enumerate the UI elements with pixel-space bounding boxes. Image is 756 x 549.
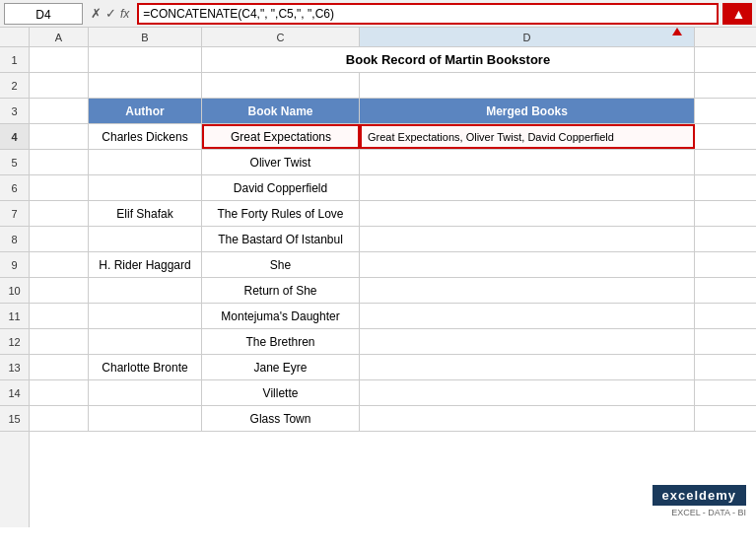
col-header-a[interactable]: A <box>30 28 89 46</box>
cell-a7[interactable] <box>30 201 89 226</box>
row-num-9[interactable]: 9 <box>0 252 29 278</box>
col-header-d[interactable]: D <box>360 28 695 46</box>
watermark-brand: exceldemy <box>653 485 747 506</box>
cancel-icon[interactable]: ✗ <box>91 6 102 21</box>
author-charlotte: Charlotte Bronte <box>102 361 187 375</box>
col-header-b[interactable]: B <box>89 28 202 46</box>
cell-a13[interactable] <box>30 355 89 379</box>
cell-d11[interactable] <box>360 304 695 328</box>
row-num-3[interactable]: 3 <box>0 99 29 124</box>
cell-c4-book[interactable]: Great Expectations <box>202 124 360 149</box>
cell-b9-author[interactable]: H. Rider Haggard <box>89 252 202 277</box>
cell-b1[interactable] <box>89 47 202 72</box>
cell-c13-book[interactable]: Jane Eyre <box>202 355 360 379</box>
col-header-c[interactable]: C <box>202 28 360 46</box>
cell-d3-mergedbooks[interactable]: Merged Books <box>360 99 695 123</box>
cell-a15[interactable] <box>30 406 89 431</box>
cell-c1[interactable]: Book Record of Martin Bookstore <box>202 47 695 72</box>
cell-d5[interactable] <box>360 150 695 174</box>
cell-a10[interactable] <box>30 278 89 303</box>
table-row: Villette <box>30 380 756 406</box>
fx-label: fx <box>120 7 129 21</box>
grid: Book Record of Martin Bookstore Author B… <box>30 47 756 527</box>
cell-b11[interactable] <box>89 304 202 328</box>
cell-b14[interactable] <box>89 380 202 405</box>
cell-a12[interactable] <box>30 329 89 354</box>
cell-d9[interactable] <box>360 252 695 277</box>
cell-c7-book[interactable]: The Forty Rules of Love <box>202 201 360 226</box>
formula-input[interactable] <box>137 3 719 25</box>
cell-d10[interactable] <box>360 278 695 303</box>
row-num-10[interactable]: 10 <box>0 278 29 304</box>
cell-d2[interactable] <box>360 73 695 98</box>
cell-b4-author[interactable]: Charles Dickens <box>89 124 202 149</box>
book-forty-rules: The Forty Rules of Love <box>217 207 343 221</box>
cell-b10[interactable] <box>89 278 202 303</box>
cell-b3-author[interactable]: Author <box>89 99 202 123</box>
row-num-2[interactable]: 2 <box>0 73 29 99</box>
cell-c15-book[interactable]: Glass Town <box>202 406 360 431</box>
cell-d12[interactable] <box>360 329 695 354</box>
row-num-6[interactable]: 6 <box>0 175 29 201</box>
cell-a3[interactable] <box>30 99 89 123</box>
row-num-7[interactable]: 7 <box>0 201 29 227</box>
cell-c14-book[interactable]: Villette <box>202 380 360 405</box>
cell-b5[interactable] <box>89 150 202 174</box>
row-num-8[interactable]: 8 <box>0 227 29 252</box>
cell-a2[interactable] <box>30 73 89 98</box>
cell-a9[interactable] <box>30 252 89 277</box>
cell-c9-book[interactable]: She <box>202 252 360 277</box>
cell-c12-book[interactable]: The Brethren <box>202 329 360 354</box>
row-num-5[interactable]: 5 <box>0 150 29 175</box>
cell-b2[interactable] <box>89 73 202 98</box>
row-numbers: 1 2 3 4 5 6 7 8 9 10 11 12 13 14 15 <box>0 47 30 527</box>
cell-a5[interactable] <box>30 150 89 174</box>
cell-b7-author[interactable]: Elif Shafak <box>89 201 202 226</box>
cell-d8[interactable] <box>360 227 695 251</box>
cell-c6-book[interactable]: David Copperfield <box>202 175 360 200</box>
cell-b8[interactable] <box>89 227 202 251</box>
row-num-12[interactable]: 12 <box>0 329 29 355</box>
cell-c3-bookname[interactable]: Book Name <box>202 99 360 123</box>
cell-b15[interactable] <box>89 406 202 431</box>
cell-a4[interactable] <box>30 124 89 149</box>
book-bastard-istanbul: The Bastard Of Istanbul <box>218 233 343 246</box>
row-num-1[interactable]: 1 <box>0 47 29 73</box>
merged-charles: Great Expectations, Oliver Twist, David … <box>368 131 614 143</box>
cell-a14[interactable] <box>30 380 89 405</box>
row-num-14[interactable]: 14 <box>0 380 29 406</box>
book-glass-town: Glass Town <box>250 412 311 426</box>
table-row: Return of She <box>30 278 756 304</box>
cell-c10-book[interactable]: Return of She <box>202 278 360 303</box>
cell-c11-book[interactable]: Montejuma's Daughter <box>202 304 360 328</box>
cell-d14[interactable] <box>360 380 695 405</box>
row-num-4[interactable]: 4 <box>0 124 29 150</box>
cell-b6[interactable] <box>89 175 202 200</box>
cell-d6[interactable] <box>360 175 695 200</box>
book-return-she: Return of She <box>243 284 316 298</box>
author-charles: Charles Dickens <box>102 130 187 144</box>
cell-c8-book[interactable]: The Bastard Of Istanbul <box>202 227 360 251</box>
cell-a8[interactable] <box>30 227 89 251</box>
author-header: Author <box>125 104 164 118</box>
cell-d4-merged[interactable]: Great Expectations, Oliver Twist, David … <box>360 124 695 149</box>
cell-d13[interactable] <box>360 355 695 379</box>
table-row: Montejuma's Daughter <box>30 304 756 329</box>
cell-d7[interactable] <box>360 201 695 226</box>
confirm-icon[interactable]: ✓ <box>105 6 116 21</box>
cell-a11[interactable] <box>30 304 89 328</box>
cell-a1[interactable] <box>30 47 89 72</box>
cell-b12[interactable] <box>89 329 202 354</box>
cell-b13-author[interactable]: Charlotte Bronte <box>89 355 202 379</box>
row-num-13[interactable]: 13 <box>0 355 29 380</box>
row-num-15[interactable]: 15 <box>0 406 29 432</box>
cell-a6[interactable] <box>30 175 89 200</box>
cell-c5-book[interactable]: Oliver Twist <box>202 150 360 174</box>
cell-c2[interactable] <box>202 73 360 98</box>
table-row <box>30 73 756 99</box>
cell-reference-box[interactable]: D4 <box>4 3 83 25</box>
row-num-11[interactable]: 11 <box>0 304 29 329</box>
cell-d15[interactable] <box>360 406 695 431</box>
formula-bar-end: ▲ <box>722 3 752 25</box>
table-row: Charles Dickens Great Expectations Great… <box>30 124 756 150</box>
